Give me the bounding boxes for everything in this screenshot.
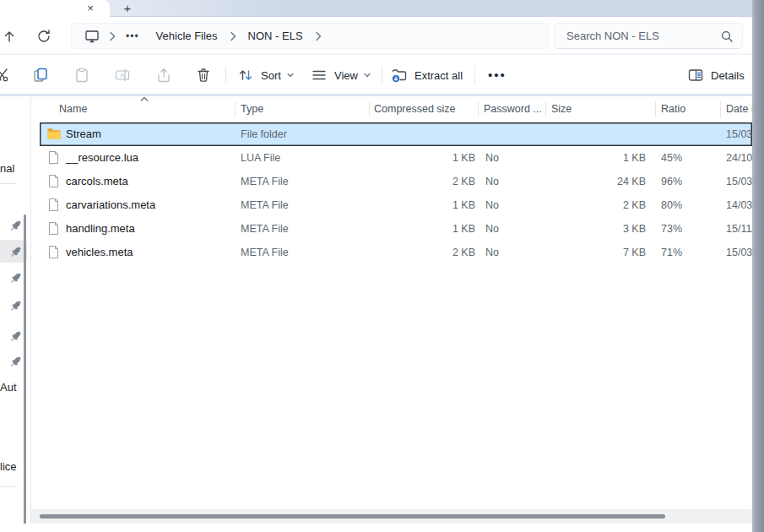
sort-button[interactable]: Sort [237, 65, 295, 85]
rename-button[interactable]: A [114, 65, 131, 85]
breadcrumb-overflow-button[interactable]: ••• [124, 30, 141, 42]
file-type: META File [241, 247, 289, 258]
tab-active[interactable]: × [0, 0, 110, 17]
file-name: carcols.meta [66, 175, 128, 187]
sidebar-item-label-partial[interactable]: Aut [0, 381, 17, 394]
breadcrumb-chevron-icon [312, 30, 325, 43]
file-name: Stream [66, 128, 101, 140]
file-ratio: 96% [661, 176, 682, 187]
file-password: No [485, 152, 499, 164]
file-row[interactable]: __resource.lua LUA File 1 KB No 1 KB 45%… [40, 146, 752, 170]
file-password: No [485, 247, 499, 258]
copy-icon [32, 67, 49, 84]
file-type: META File [241, 223, 289, 235]
file-size: 7 KB [538, 247, 646, 258]
sidebar-scrollbar[interactable] [24, 214, 26, 532]
up-arrow-icon[interactable] [1, 28, 18, 45]
breadcrumb-segment-non-els[interactable]: NON - ELS [245, 30, 306, 42]
column-header-row: Name Type Compressed size Password ... S… [31, 96, 752, 122]
file-type: File folder [241, 128, 287, 140]
file-compressed-size: 2 KB [369, 176, 475, 187]
column-header-ratio[interactable]: Ratio [661, 103, 685, 115]
file-size: 2 KB [538, 199, 646, 211]
new-tab-button[interactable]: + [119, 0, 136, 16]
column-header-size[interactable]: Size [551, 103, 572, 115]
copy-button[interactable] [32, 65, 49, 85]
column-header-password[interactable]: Password ... [484, 103, 542, 115]
search-icon[interactable] [720, 30, 734, 43]
cut-button[interactable] [0, 65, 11, 85]
sidebar-item-label-partial[interactable]: lice [0, 460, 17, 473]
more-options-button[interactable]: ••• [488, 65, 507, 85]
this-pc-icon[interactable] [84, 28, 100, 45]
file-ratio: 80% [661, 199, 682, 211]
delete-button[interactable] [195, 65, 212, 85]
column-header-date-modified[interactable]: Date m [726, 103, 752, 115]
file-compressed-size: 1 KB [369, 199, 475, 211]
toolbar-separator [474, 66, 475, 84]
file-compressed-size: 2 KB [369, 247, 475, 258]
share-button[interactable] [155, 65, 172, 85]
navigation-pane: nal Aut lice [0, 96, 30, 532]
paste-icon [73, 67, 90, 84]
details-pane-icon [687, 67, 704, 84]
view-icon [311, 67, 328, 84]
file-rows: Stream File folder 15/03/ __resource.lua… [31, 122, 752, 264]
pin-icon[interactable] [8, 271, 23, 285]
pin-icon[interactable] [8, 299, 23, 313]
file-row[interactable]: Stream File folder 15/03/ [40, 122, 752, 146]
view-label: View [334, 69, 358, 82]
file-row[interactable]: carvariations.meta META File 1 KB No 2 K… [40, 193, 752, 217]
search-input[interactable] [555, 24, 742, 48]
breadcrumb-segment-vehicle-files[interactable]: Vehicle Files [153, 30, 221, 42]
view-button[interactable]: View [311, 65, 372, 85]
column-divider[interactable] [720, 101, 721, 117]
file-date-modified: 15/03/ [726, 176, 752, 187]
refresh-icon[interactable] [35, 28, 52, 45]
file-name: handling.meta [66, 222, 135, 235]
column-divider[interactable] [478, 101, 479, 117]
file-row[interactable]: handling.meta META File 1 KB No 3 KB 73%… [40, 217, 752, 241]
file-date-modified: 15/03/ [726, 247, 752, 258]
file-explorer-window: × + ••• Vehicle Files NON - ELS [0, 0, 764, 532]
paste-button[interactable] [73, 65, 90, 85]
file-icon [46, 198, 61, 212]
file-ratio: 73% [661, 223, 682, 235]
file-password: No [485, 223, 499, 235]
pin-icon[interactable] [8, 245, 23, 259]
file-ratio: 71% [661, 247, 682, 258]
file-password: No [485, 176, 499, 187]
toolbar-separator [225, 66, 226, 84]
file-date-modified: 15/11/ [726, 223, 752, 235]
column-header-compressed-size[interactable]: Compressed size [374, 103, 456, 115]
extract-all-button[interactable]: Extract all [391, 65, 463, 85]
column-divider[interactable] [235, 101, 236, 117]
horizontal-scrollbar-thumb[interactable] [40, 514, 665, 518]
sidebar-item-label-partial[interactable]: nal [0, 162, 14, 175]
tab-bar: × + [0, 0, 764, 17]
sidebar-separator [0, 183, 17, 184]
pin-icon[interactable] [8, 355, 23, 369]
pin-icon[interactable] [8, 329, 23, 344]
horizontal-scrollbar[interactable] [31, 509, 752, 524]
search-box[interactable] [554, 23, 743, 49]
file-row[interactable]: vehicles.meta META File 2 KB No 7 KB 71%… [40, 241, 752, 264]
rename-icon: A [114, 67, 131, 84]
file-date-modified: 24/10/ [726, 152, 752, 164]
file-compressed-size: 1 KB [369, 152, 475, 164]
column-divider[interactable] [369, 101, 370, 117]
details-button[interactable]: Details [687, 65, 745, 85]
chevron-down-icon [285, 70, 295, 80]
column-header-name[interactable]: Name [59, 103, 87, 115]
file-date-modified: 14/03/ [726, 199, 752, 211]
file-icon [46, 174, 61, 188]
tab-close-icon[interactable]: × [83, 1, 98, 16]
extract-all-icon [391, 67, 408, 84]
file-row[interactable]: carcols.meta META File 2 KB No 24 KB 96%… [40, 170, 752, 193]
breadcrumb-chevron-icon [106, 30, 119, 43]
column-header-type[interactable]: Type [241, 103, 263, 115]
file-icon [46, 150, 61, 165]
column-divider[interactable] [545, 101, 546, 117]
column-divider[interactable] [655, 101, 656, 117]
pin-icon[interactable] [8, 219, 23, 233]
